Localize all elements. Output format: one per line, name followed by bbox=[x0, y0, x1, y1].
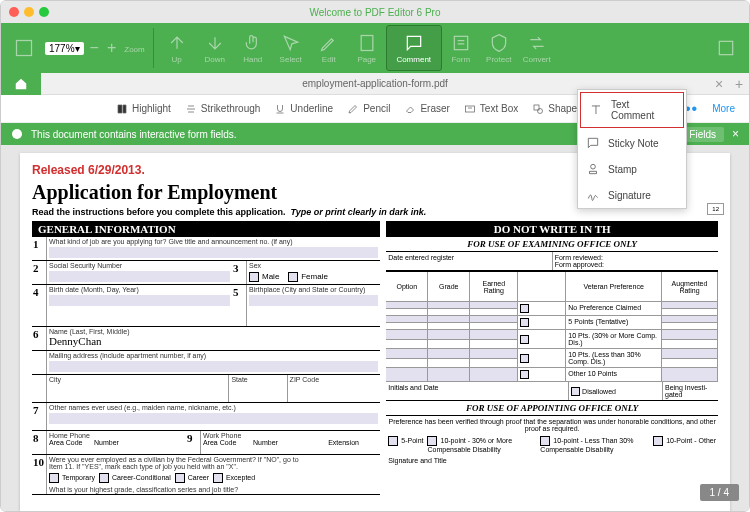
cb-temp[interactable] bbox=[49, 473, 59, 483]
svg-rect-4 bbox=[465, 106, 474, 112]
minimize-window-icon[interactable] bbox=[24, 7, 34, 17]
form-button[interactable]: Form bbox=[442, 25, 480, 71]
field-name[interactable]: DennyChan bbox=[49, 335, 378, 347]
checkbox-female[interactable] bbox=[288, 272, 298, 282]
shapes-tool[interactable]: Shapes bbox=[532, 103, 582, 115]
notice-close-button[interactable]: × bbox=[732, 127, 739, 141]
cb-5pt[interactable] bbox=[388, 436, 398, 446]
main-ribbon: 177% ▾ − + Zoom Up Down Hand Select Edit… bbox=[1, 23, 749, 73]
appoint-office-header: FOR USE OF APPOINTING OFFICE ONLY bbox=[386, 401, 718, 416]
zoom-out-button[interactable] bbox=[5, 25, 43, 71]
page-number-badge[interactable]: 1 / 4 bbox=[700, 484, 739, 501]
cb-p3[interactable] bbox=[520, 335, 529, 344]
svg-rect-1 bbox=[361, 35, 373, 50]
svg-rect-2 bbox=[454, 36, 467, 49]
field-1[interactable] bbox=[49, 247, 378, 258]
cb-p2[interactable] bbox=[520, 318, 529, 327]
svg-point-6 bbox=[538, 108, 543, 113]
cb-career[interactable] bbox=[175, 473, 185, 483]
textbox-tool[interactable]: Text Box bbox=[464, 103, 518, 115]
new-tab-button[interactable]: + bbox=[729, 76, 749, 92]
zoom-minus-button[interactable]: − bbox=[86, 39, 103, 57]
zoom-label: Zoom bbox=[124, 45, 144, 54]
hand-button[interactable]: Hand bbox=[234, 25, 272, 71]
cb-10c[interactable] bbox=[653, 436, 663, 446]
comment-button[interactable]: Comment bbox=[386, 25, 442, 71]
cb-cc[interactable] bbox=[99, 473, 109, 483]
svg-point-9 bbox=[591, 164, 596, 169]
info-icon bbox=[11, 128, 23, 140]
close-window-icon[interactable] bbox=[9, 7, 19, 17]
window-titlebar: Welcome to PDF Editor 6 Pro bbox=[1, 1, 749, 23]
page-button[interactable]: Page bbox=[348, 25, 386, 71]
text-comment-item[interactable]: Text Comment bbox=[580, 92, 684, 128]
field-birthplace[interactable] bbox=[249, 295, 378, 306]
zoom-plus-button[interactable]: + bbox=[103, 39, 120, 57]
document-name: employment-application-form.pdf bbox=[41, 78, 709, 89]
up-button[interactable]: Up bbox=[158, 25, 196, 71]
maximize-window-icon[interactable] bbox=[39, 7, 49, 17]
protect-button[interactable]: Protect bbox=[480, 25, 518, 71]
highlight-tool[interactable]: Highlight bbox=[116, 103, 171, 115]
underline-tool[interactable]: Underline bbox=[274, 103, 333, 115]
svg-rect-3 bbox=[719, 41, 732, 54]
field-birthdate[interactable] bbox=[49, 295, 230, 306]
select-button[interactable]: Select bbox=[272, 25, 310, 71]
cb-p4[interactable] bbox=[520, 354, 529, 363]
svg-rect-0 bbox=[17, 41, 32, 56]
more-button[interactable]: More bbox=[712, 103, 735, 114]
exam-office-header: FOR USE OF EXAMINING OFFICE ONLY bbox=[386, 237, 718, 252]
text-callout-menu: Text Comment Sticky Note Stamp Signature bbox=[577, 89, 687, 209]
zoom-level-input[interactable]: 177% ▾ bbox=[45, 42, 84, 55]
field-mail[interactable] bbox=[49, 361, 378, 372]
notice-text: This document contains interactive form … bbox=[31, 129, 237, 140]
down-button[interactable]: Down bbox=[196, 25, 234, 71]
date-box: 12 bbox=[707, 203, 724, 215]
cb-10a[interactable] bbox=[427, 436, 437, 446]
cb-10b[interactable] bbox=[540, 436, 550, 446]
strikethrough-tool[interactable]: Strikethrough bbox=[185, 103, 260, 115]
checkbox-male[interactable] bbox=[249, 272, 259, 282]
field-ssn[interactable] bbox=[49, 271, 230, 282]
general-info-header: GENERAL INFORMATION bbox=[32, 221, 380, 237]
cb-p1[interactable] bbox=[520, 304, 529, 313]
sticky-note-item[interactable]: Sticky Note bbox=[578, 130, 686, 156]
signature-item[interactable]: Signature bbox=[578, 182, 686, 208]
cb-excepted[interactable] bbox=[213, 473, 223, 483]
convert-button[interactable]: Convert bbox=[518, 25, 556, 71]
close-tab-button[interactable]: × bbox=[709, 76, 729, 92]
overflow-button[interactable] bbox=[707, 25, 745, 71]
home-button[interactable] bbox=[1, 73, 41, 95]
cb-disallowed[interactable] bbox=[571, 387, 580, 396]
window-title: Welcome to PDF Editor 6 Pro bbox=[310, 7, 441, 18]
do-not-write-header: DO NOT WRITE IN TH bbox=[386, 221, 718, 237]
cb-p5[interactable] bbox=[520, 370, 529, 379]
pencil-tool[interactable]: Pencil bbox=[347, 103, 390, 115]
stamp-item[interactable]: Stamp bbox=[578, 156, 686, 182]
edit-button[interactable]: Edit bbox=[310, 25, 348, 71]
field-othernames[interactable] bbox=[49, 413, 378, 424]
eraser-tool[interactable]: Eraser bbox=[404, 103, 449, 115]
svg-point-8 bbox=[12, 129, 22, 139]
